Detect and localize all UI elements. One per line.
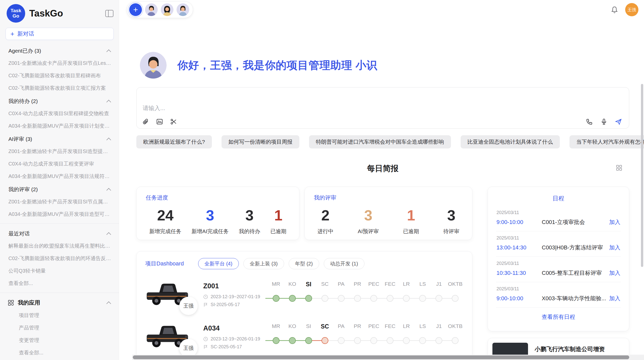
schedule-name: C003|H0B-方案冻结评审	[539, 244, 609, 251]
project-row[interactable]: 王强 Z001 2023-12-19~2027-01-19	[137, 278, 472, 311]
plus-icon: +	[10, 31, 14, 37]
filter-pill[interactable]: 全新平台 (4)	[198, 258, 239, 269]
image-upload-icon[interactable]	[156, 118, 163, 125]
section-header-recent-chats[interactable]: 最近对话	[0, 227, 119, 240]
milestone-label: PA	[333, 281, 349, 288]
milestone-dot[interactable]	[289, 337, 296, 344]
milestone-label: FEC	[382, 281, 398, 288]
card-layout-toggle-icon[interactable]	[616, 164, 623, 171]
horizontal-scrollbar[interactable]	[132, 355, 644, 360]
section-header-ai-review[interactable]: AI评审 (3)	[0, 132, 119, 145]
milestone-dot[interactable]	[387, 295, 393, 302]
recent-chat-item[interactable]: 公司Q3轻卡销量	[0, 265, 119, 277]
recent-chat-item[interactable]: 查看全部...	[0, 277, 119, 290]
sidebar-task-item[interactable]: C02-飞腾新能源轻客改款项目立项汇报方案	[0, 82, 119, 94]
sidebar-task-item[interactable]: Z001-全新燃油轻卡产品开发项目SI节点属性5D文件评审	[0, 196, 119, 208]
sidebar-task-item[interactable]: C0X4-动力总成开发项目工程变更评审	[0, 158, 119, 170]
member-avatar[interactable]	[161, 3, 173, 16]
sidebar-task-item[interactable]: Z001-全新燃油皮卡产品开发项目SI节点Lesson Learn报告	[0, 57, 119, 69]
join-link[interactable]: 加入	[609, 295, 620, 302]
recent-chat-item[interactable]: C02-飞腾新能源轻客改款项目的闭环通告反馈情况	[0, 252, 119, 265]
scissors-icon[interactable]	[170, 118, 177, 125]
suggestion-chip[interactable]: 当下年轻人对汽车外观有怎样的喜好趋势	[569, 135, 644, 148]
join-link[interactable]: 加入	[609, 269, 620, 277]
milestone-dot[interactable]	[338, 295, 345, 302]
suggestion-chip[interactable]: 欧洲新规最近颁布了什么?	[136, 135, 212, 148]
filter-pill[interactable]: 全新上装 (3)	[243, 258, 284, 269]
member-avatar[interactable]	[177, 3, 189, 16]
chevron-up-icon[interactable]	[107, 99, 111, 103]
milestone-dot[interactable]	[435, 337, 442, 344]
project-dashboard-card: 项目Dashboard 全新平台 (4) 全新上装 (3) 年型 (2) 动总开…	[136, 251, 472, 360]
daily-briefing-header: 每日简报	[136, 163, 629, 174]
ai-review-list: Z001-全新燃油轻卡产品开发项目SI造型提交物评审C0X4-动力总成开发项目工…	[0, 145, 119, 183]
milestone-dot[interactable]	[419, 337, 426, 344]
vertical-scrollbar[interactable]	[641, 84, 643, 267]
sidebar-collapse-icon[interactable]	[105, 10, 114, 17]
sidebar-item-cloud-space[interactable]: 我的云空间	[0, 359, 119, 360]
milestone-dot[interactable]	[452, 337, 459, 344]
join-link[interactable]: 加入	[609, 218, 620, 226]
filter-pill[interactable]: 年型 (2)	[289, 258, 319, 269]
horizontal-scrollbar-thumb[interactable]	[133, 355, 629, 359]
milestone-dot[interactable]	[338, 337, 345, 344]
project-owner-avatar[interactable]: 王强	[179, 297, 198, 315]
project-name: Z001	[203, 282, 266, 290]
chevron-up-icon[interactable]	[107, 137, 111, 141]
app-item[interactable]: 变更管理	[0, 334, 119, 347]
milestone-dot[interactable]	[305, 295, 312, 302]
chat-input-box[interactable]: 请输入...	[136, 87, 629, 129]
sidebar-task-item[interactable]: A034-全新新能源MUV产品开发项目造型可行性评审	[0, 208, 119, 220]
phone-call-icon[interactable]	[586, 118, 593, 125]
app-item[interactable]: 查看全部...	[0, 347, 119, 359]
sidebar-task-item[interactable]: A034-全新新能源MUV产品开发项目法规符合性评审	[0, 170, 119, 183]
milestone-dot[interactable]	[321, 295, 328, 302]
app-item[interactable]: 项目管理	[0, 309, 119, 322]
microphone-icon[interactable]	[601, 118, 607, 125]
section-header-my-todo[interactable]: 我的待办 (2)	[0, 94, 119, 107]
user-avatar[interactable]: 王强	[625, 3, 638, 16]
send-icon[interactable]	[615, 118, 622, 125]
chevron-up-icon[interactable]	[107, 188, 111, 191]
milestone-dot[interactable]	[289, 295, 296, 302]
milestone-dot[interactable]	[419, 295, 426, 302]
suggestion-chip[interactable]: 比亚迪全固态电池计划具体说了什么	[461, 135, 560, 148]
milestone-dot[interactable]	[370, 295, 377, 302]
filter-pill[interactable]: 动总开发 (1)	[324, 258, 364, 269]
suggestion-chip[interactable]: 特朗普可能对进口汽车增税会对中国车企造成哪些影响	[309, 135, 451, 148]
chevron-up-icon[interactable]	[107, 301, 111, 305]
section-header-my-review[interactable]: 我的评审 (2)	[0, 183, 119, 196]
app-item[interactable]: 产品管理	[0, 322, 119, 334]
member-avatar[interactable]	[145, 3, 158, 16]
chevron-up-icon[interactable]	[107, 49, 111, 53]
section-header-agent-done[interactable]: Agent已办 (3)	[0, 44, 119, 57]
notification-bell-icon[interactable]	[610, 6, 619, 14]
add-member-button[interactable]: +	[129, 3, 142, 16]
milestone-dot[interactable]	[273, 295, 280, 302]
suggestion-chip[interactable]: 如何写一份清晰的项目周报	[222, 135, 299, 148]
sidebar-task-item[interactable]: C0X4-动力总成开发项目SI里程碑提交物检查	[0, 107, 119, 120]
milestone-dot[interactable]	[387, 337, 393, 344]
milestone-dot[interactable]	[305, 337, 312, 344]
sidebar-task-item[interactable]: A034-全新新能源MUV产品开发项目计划变更表编写	[0, 120, 119, 132]
recent-chat-item[interactable]: 解释最新出台的欧盟报废车法规再生塑料比例被调至15%...	[0, 240, 119, 252]
view-all-schedule-link[interactable]: 查看所有日程	[496, 308, 621, 326]
milestone-dot[interactable]	[435, 295, 442, 302]
project-row[interactable]: 王强 A034 2023-12-19~2026-01-19	[137, 320, 472, 354]
milestone-dot[interactable]	[273, 337, 280, 344]
milestone-dot[interactable]	[370, 337, 377, 344]
my-apps-header[interactable]: 我的应用	[0, 296, 119, 309]
milestone-dot[interactable]	[321, 337, 328, 344]
attachment-icon[interactable]	[142, 118, 149, 125]
sidebar-task-item[interactable]: Z001-全新燃油轻卡产品开发项目SI造型提交物评审	[0, 145, 119, 158]
milestone-label: PR	[349, 281, 365, 288]
sidebar-task-item[interactable]: C02-飞腾新能源轻客改款项目里程碑画布	[0, 69, 119, 82]
milestone-dot[interactable]	[403, 337, 410, 344]
milestone-dot[interactable]	[403, 295, 410, 302]
milestone-dot[interactable]	[354, 337, 361, 344]
milestone-dot[interactable]	[452, 295, 459, 302]
new-chat-button[interactable]: + 新对话	[6, 28, 114, 40]
chevron-up-icon[interactable]	[107, 232, 111, 235]
milestone-dot[interactable]	[354, 295, 361, 302]
join-link[interactable]: 加入	[609, 244, 620, 251]
